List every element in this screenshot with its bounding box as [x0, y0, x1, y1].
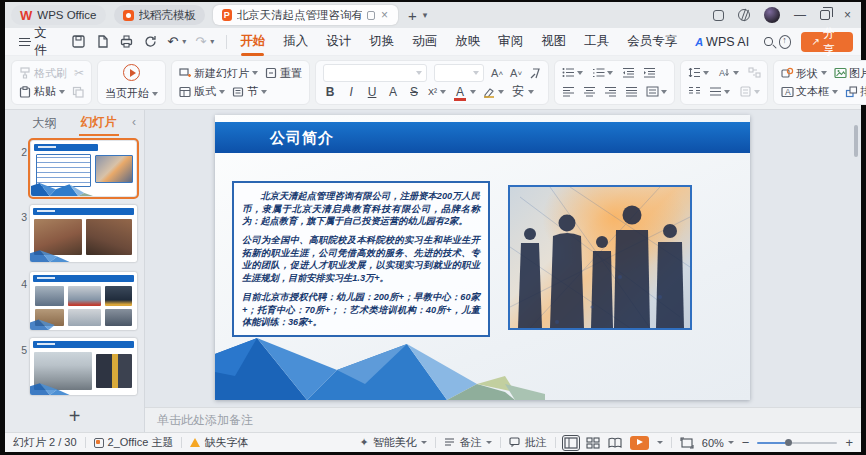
slide-sorter-button[interactable]: [586, 437, 600, 449]
tab-list-caret-icon[interactable]: ▾: [423, 10, 428, 20]
start-from-current-button[interactable]: 当页开始: [105, 86, 158, 101]
cloud-upload-icon[interactable]: [779, 35, 792, 49]
highlight-color-button[interactable]: [483, 86, 504, 98]
save-icon[interactable]: [71, 34, 86, 49]
font-family-select[interactable]: [323, 64, 427, 82]
slide-thumbnail-5[interactable]: [30, 338, 137, 395]
picture-button[interactable]: 图片: [834, 66, 866, 81]
align-center-icon[interactable]: [583, 86, 595, 98]
font-color-button[interactable]: A: [453, 85, 476, 99]
format-painter-button[interactable]: 格式刷: [19, 66, 67, 81]
new-tab-button[interactable]: +: [408, 8, 417, 23]
decrease-indent-icon[interactable]: [622, 67, 634, 79]
add-slide-button[interactable]: +: [5, 405, 144, 428]
wps-home-button[interactable]: W WPS Office: [11, 5, 106, 25]
tab-docer-templates[interactable]: 找稻壳模板: [114, 5, 206, 25]
cut-button[interactable]: ✂: [74, 67, 84, 79]
theme-button[interactable]: 2_Office 主题: [94, 435, 174, 450]
slide-editor[interactable]: 公司简介 北京天清起点管理咨询有限公司，注册资本200万人民币，隶属于北京天清启…: [215, 115, 750, 400]
workspace-icon[interactable]: [713, 10, 724, 21]
menu-transition[interactable]: 切换: [360, 30, 403, 53]
menu-design[interactable]: 设计: [317, 30, 360, 53]
menu-review[interactable]: 审阅: [489, 30, 532, 53]
tab-document-active[interactable]: P 北京天清起点管理咨询有限公... ×: [213, 5, 398, 25]
paragraph-layout-button[interactable]: [739, 86, 760, 98]
missing-font-warning[interactable]: 缺失字体: [190, 435, 248, 450]
zoom-out-button[interactable]: −: [742, 436, 750, 449]
new-slide-button[interactable]: 新建幻灯片: [179, 66, 258, 81]
shapes-button[interactable]: 形状: [781, 66, 827, 81]
play-from-current-icon[interactable]: [123, 64, 140, 81]
slide-thumbnail-4[interactable]: [30, 272, 137, 330]
copy-button[interactable]: [72, 86, 84, 98]
clear-format-icon[interactable]: [529, 67, 541, 79]
font-size-select[interactable]: [434, 64, 484, 82]
tab-outline[interactable]: 大纲: [31, 112, 59, 135]
canvas-scrollbar[interactable]: [854, 125, 858, 157]
slide-thumbnail-3[interactable]: [30, 205, 137, 262]
reading-view-button[interactable]: [608, 437, 622, 449]
comments-button[interactable]: 批注: [509, 435, 547, 450]
slideshow-caret-icon[interactable]: [657, 441, 663, 444]
bullets-button[interactable]: [562, 67, 583, 79]
restore-button[interactable]: [820, 10, 830, 20]
notes-bar[interactable]: 单击此处添加备注: [145, 407, 861, 432]
zoom-in-button[interactable]: +: [845, 436, 853, 449]
decrease-font-button[interactable]: A˅: [510, 67, 522, 79]
zoom-slider[interactable]: [757, 442, 837, 444]
list-settings-button[interactable]: [709, 86, 730, 98]
slide-title-bar[interactable]: 公司简介: [215, 122, 750, 153]
minimize-button[interactable]: —: [794, 9, 806, 21]
fit-slide-button[interactable]: [680, 437, 694, 449]
menu-tools[interactable]: 工具: [575, 30, 618, 53]
char-spacing-button[interactable]: A: [386, 85, 400, 99]
smart-beautify-button[interactable]: ✦智能美化: [360, 435, 427, 450]
strikethrough-button[interactable]: S: [407, 85, 421, 99]
menu-slideshow[interactable]: 放映: [446, 30, 489, 53]
search-icon[interactable]: [764, 37, 773, 46]
slide-business-photo[interactable]: [508, 185, 692, 330]
align-right-icon[interactable]: [604, 86, 616, 98]
panel-collapse-icon[interactable]: ‹: [132, 115, 136, 129]
superscript-button[interactable]: X²: [428, 87, 446, 97]
paste-button[interactable]: 粘贴: [19, 84, 65, 99]
print-icon[interactable]: [119, 34, 134, 49]
italic-button[interactable]: I: [344, 85, 358, 99]
slide-thumbnail-2[interactable]: [30, 140, 137, 197]
slideshow-play-button[interactable]: [630, 436, 649, 450]
normal-view-button[interactable]: [564, 437, 578, 449]
notes-toggle-button[interactable]: 备注: [444, 435, 492, 450]
share-button[interactable]: ↗ 分享: [801, 32, 853, 52]
distribute-text-button[interactable]: [646, 86, 667, 98]
menu-membership[interactable]: 会员专享: [618, 30, 686, 53]
columns-icon[interactable]: [688, 86, 700, 98]
menu-wps-ai[interactable]: AWPS AI: [686, 32, 758, 52]
tab-slides[interactable]: 幻灯片: [79, 111, 119, 136]
redo-caret-icon[interactable]: ▾: [210, 37, 214, 46]
align-left-icon[interactable]: [562, 86, 574, 98]
layout-button[interactable]: 版式: [179, 84, 225, 99]
redo-button[interactable]: ↷: [195, 35, 206, 48]
menu-animation[interactable]: 动画: [403, 30, 446, 53]
close-button[interactable]: ×: [844, 9, 851, 21]
increase-font-button[interactable]: A˄: [491, 67, 503, 79]
text-effects-button[interactable]: 安: [511, 83, 534, 100]
bold-button[interactable]: B: [323, 85, 337, 99]
numbering-button[interactable]: [592, 67, 613, 79]
file-menu[interactable]: 文件: [13, 25, 63, 59]
tab-close-icon[interactable]: ×: [380, 9, 389, 21]
line-spacing-button[interactable]: [688, 67, 709, 79]
slide-text-box[interactable]: 北京天清起点管理咨询有限公司，注册资本200万人民币，隶属于北京天清启典教育科技…: [232, 181, 490, 337]
menu-view[interactable]: 视图: [532, 30, 575, 53]
zoom-slider-knob[interactable]: [785, 439, 792, 446]
undo-button[interactable]: ↶: [167, 35, 178, 48]
menu-home[interactable]: 开始: [231, 30, 274, 53]
zoom-level-select[interactable]: 60%: [702, 437, 734, 449]
section-button[interactable]: 节: [232, 84, 267, 99]
user-avatar[interactable]: [764, 7, 780, 23]
undo-caret-icon[interactable]: ▾: [182, 37, 186, 46]
arrange-button[interactable]: 排列: [845, 84, 866, 99]
convert-smartart-icon[interactable]: [748, 67, 760, 79]
globe-icon[interactable]: [738, 9, 750, 21]
increase-indent-icon[interactable]: [643, 67, 655, 79]
